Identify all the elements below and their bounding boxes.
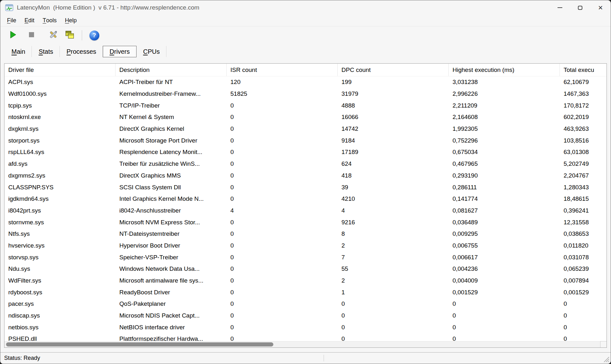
table-row[interactable]: ntoskrnl.exeNT Kernel & System0160662,16… [4, 111, 607, 123]
cell-highest_execution_ms: 3,031238 [449, 79, 560, 86]
menu-tools[interactable]: Tools [39, 15, 61, 26]
table-row[interactable]: storvsp.sysSpeicher-VSP-Treiber070,00661… [4, 251, 607, 263]
cell-total_execution: 0 [560, 300, 607, 307]
cell-description: TCP/IP-Treiber [116, 102, 227, 109]
cell-isr_count: 0 [227, 184, 338, 191]
processes-window-button[interactable] [63, 28, 77, 42]
menu-help[interactable]: Help [61, 15, 81, 26]
cell-total_execution: 0 [560, 324, 607, 331]
cell-total_execution: 0,065239 [560, 265, 607, 272]
app-window: LatencyMon (Home Edition ) v 6.71 - http… [0, 0, 611, 364]
column-header-driver-file[interactable]: Driver file [4, 64, 116, 76]
cell-dpc_count: 8 [338, 230, 449, 237]
tab-cpus[interactable]: CPUs [137, 46, 166, 57]
cascade-windows-icon [65, 30, 74, 41]
cell-description: Kernelmodustreiber-Framew... [116, 90, 227, 97]
table-row[interactable]: tcpip.sysTCP/IP-Treiber048882,211209170,… [4, 100, 607, 111]
cell-dpc_count: 2 [338, 277, 449, 284]
column-header-highest-execution[interactable]: Highest execution (ms) [449, 64, 560, 76]
status-text: Status: Ready [4, 355, 40, 361]
menu-file[interactable]: File [3, 15, 20, 26]
table-row[interactable]: stornvme.sysMicrosoft NVM Express Stor..… [4, 216, 607, 228]
resize-grip[interactable] [603, 356, 610, 363]
cell-isr_count: 0 [227, 277, 338, 284]
cell-driver_file: i8042prt.sys [4, 207, 116, 214]
status-bar: Status: Ready [0, 352, 611, 364]
cell-total_execution: 18,48615 [560, 195, 607, 202]
status-panel-divider [324, 355, 324, 361]
start-monitor-button[interactable] [6, 28, 20, 42]
table-row[interactable]: WdFilter.sysMicrosoft antimalware file s… [4, 275, 607, 287]
table-row[interactable]: netbios.sysNetBIOS interface driver0000 [4, 321, 607, 333]
cell-highest_execution_ms: 0,293190 [449, 172, 560, 179]
cell-isr_count: 0 [227, 254, 338, 261]
cell-description: ReadyBoost Driver [116, 289, 227, 296]
maximize-button[interactable] [570, 0, 590, 15]
table-row[interactable]: rspLLL64.sysResplendence Latency Monit..… [4, 146, 607, 158]
options-button[interactable] [46, 28, 60, 42]
table-row[interactable]: Ndu.sysWindows Network Data Usa...0550,0… [4, 263, 607, 275]
app-icon [5, 3, 14, 12]
table-row[interactable]: dxgmms2.sysDirectX Graphics MMS04180,293… [4, 170, 607, 182]
cell-isr_count: 0 [227, 137, 338, 144]
toolbar-separator [82, 30, 82, 40]
cell-dpc_count: 9184 [338, 137, 449, 144]
help-button[interactable]: ? [87, 28, 101, 42]
cell-isr_count: 0 [227, 289, 338, 296]
table-row[interactable]: afd.sysTreiber für zusätzliche WinS...06… [4, 158, 607, 170]
cell-dpc_count: 39 [338, 184, 449, 191]
cell-isr_count: 0 [227, 160, 338, 167]
cell-isr_count: 51825 [227, 90, 338, 97]
table-row[interactable]: igdkmdn64.sysIntel Graphics Kernel Mode … [4, 193, 607, 205]
cell-driver_file: storvsp.sys [4, 254, 116, 261]
window-title: LatencyMon (Home Edition ) v 6.71 - http… [17, 4, 199, 11]
table-row[interactable]: rdyboost.sysReadyBoost Driver010,0015290… [4, 286, 607, 298]
column-header-total-execution[interactable]: Total execu [560, 64, 607, 76]
column-header-dpc-count[interactable]: DPC count [338, 64, 449, 76]
table-row[interactable]: CLASSPNP.SYSSCSI Class System Dll0390,28… [4, 181, 607, 193]
cell-dpc_count: 624 [338, 160, 449, 167]
table-row[interactable]: hvservice.sysHypervisor Boot Driver020,0… [4, 240, 607, 252]
cell-total_execution: 463,9263 [560, 125, 607, 132]
cell-driver_file: storport.sys [4, 137, 116, 144]
horizontal-scrollbar[interactable] [4, 341, 607, 347]
column-header-description[interactable]: Description [116, 64, 227, 76]
table-row[interactable]: Ntfs.sysNT-Dateisystemtreiber080,0092950… [4, 228, 607, 240]
table-row[interactable]: i8042prt.sysi8042-Anschlusstreiber440,08… [4, 205, 607, 217]
stop-monitor-button[interactable] [25, 28, 39, 42]
tools-icon [48, 30, 59, 41]
cell-highest_execution_ms: 0,675034 [449, 149, 560, 156]
minimize-button[interactable] [550, 0, 570, 15]
tab-processes[interactable]: Processes [60, 46, 103, 57]
tab-stats[interactable]: Stats [32, 46, 60, 57]
tab-drivers[interactable]: Drivers [103, 46, 136, 57]
cell-total_execution: 0,031078 [560, 254, 607, 261]
cell-highest_execution_ms: 0,009295 [449, 230, 560, 237]
cell-description: QoS-Paketplaner [116, 300, 227, 307]
table-row[interactable]: storport.sysMicrosoft Storage Port Drive… [4, 135, 607, 146]
horizontal-scrollbar-thumb[interactable] [6, 342, 273, 346]
table-header: Driver file Description ISR count DPC co… [4, 64, 607, 76]
cell-total_execution: 1,280343 [560, 184, 607, 191]
maximize-icon [578, 6, 582, 10]
menu-edit[interactable]: Edit [20, 15, 39, 26]
minimize-icon [558, 7, 562, 8]
column-header-isr-count[interactable]: ISR count [227, 64, 338, 76]
cell-description: NT Kernel & System [116, 114, 227, 121]
cell-isr_count: 0 [227, 312, 338, 319]
cell-highest_execution_ms: 0,004009 [449, 277, 560, 284]
cell-isr_count: 0 [227, 125, 338, 132]
tab-main[interactable]: Main [5, 46, 32, 57]
play-icon [9, 31, 17, 40]
table-row[interactable]: ACPI.sysACPI-Treiber für NT1201993,03123… [4, 76, 607, 88]
cell-total_execution: 0,396241 [560, 207, 607, 214]
cell-driver_file: netbios.sys [4, 324, 116, 331]
table-row[interactable]: ndiscap.sysMicrosoft NDIS Packet Capt...… [4, 310, 607, 322]
titlebar[interactable]: LatencyMon (Home Edition ) v 6.71 - http… [0, 0, 611, 15]
table-row[interactable]: dxgkrnl.sysDirectX Graphics Kernel014742… [4, 123, 607, 135]
table-row[interactable]: pacer.sysQoS-Paketplaner0000 [4, 298, 607, 310]
stop-icon [28, 31, 35, 39]
table-row[interactable]: Wdf01000.sysKernelmodustreiber-Framew...… [4, 88, 607, 100]
close-button[interactable]: ✕ [590, 0, 611, 15]
cell-total_execution: 63,01308 [560, 149, 607, 156]
